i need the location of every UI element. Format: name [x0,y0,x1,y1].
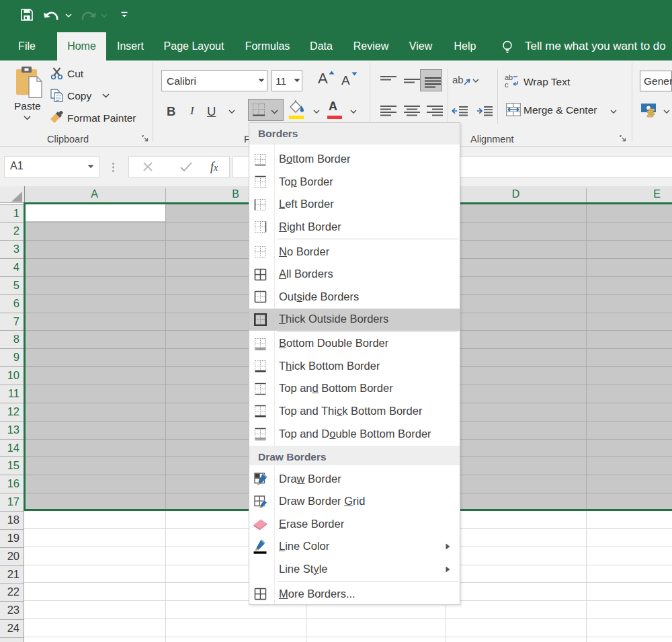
svg-text:c: c [505,81,509,89]
svg-text:ab: ab [452,74,464,85]
